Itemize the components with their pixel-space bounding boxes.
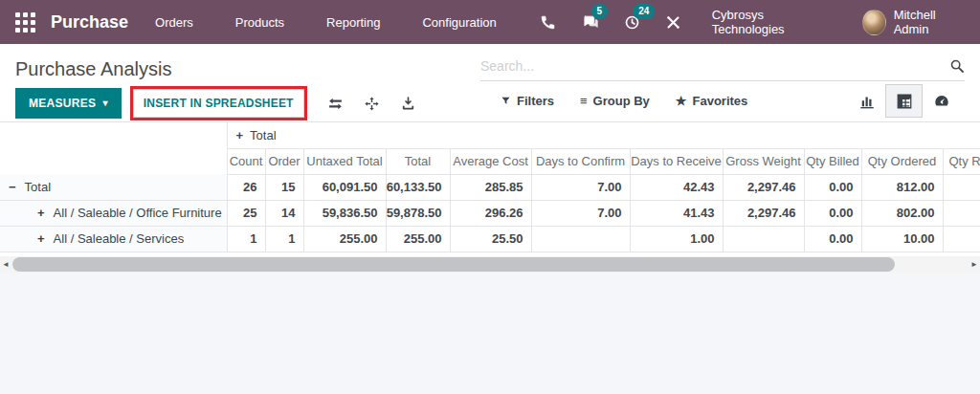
app-name[interactable]: Purchase	[51, 12, 128, 33]
page-header: Purchase Analysis	[0, 44, 980, 81]
cell-value[interactable]: 25	[227, 200, 265, 226]
expand-all-icon[interactable]	[364, 96, 380, 112]
cell-value[interactable]: 1	[227, 226, 265, 252]
cell-value[interactable]: 0.00	[804, 200, 861, 226]
expand-row-icon[interactable]: +	[37, 206, 45, 220]
cell-value[interactable]: 2,297.46	[723, 200, 804, 226]
cell-value[interactable]	[531, 226, 630, 252]
column-group-total[interactable]: +Total	[227, 122, 980, 148]
col-header-gross-weight[interactable]: Gross Weight	[723, 148, 804, 174]
cell-value[interactable]: 59,878.50	[386, 200, 450, 226]
cell-value[interactable]: 15	[265, 174, 303, 200]
col-header-untaxed-total[interactable]: Untaxed Total	[303, 148, 386, 174]
cell-value[interactable]: 255.00	[386, 226, 450, 252]
row-header-services[interactable]: +All / Saleable / Services	[0, 226, 227, 252]
cell-value[interactable]: 25.50	[450, 226, 531, 252]
table-row-total: −Total 26 15 60,091.50 60,133.50 285.85 …	[0, 174, 980, 200]
cell-value[interactable]: 59,836.50	[303, 200, 386, 226]
pivot-table-icon	[896, 93, 913, 110]
group-by-button[interactable]: ≡ Group By	[580, 94, 650, 108]
expand-column-icon[interactable]: +	[236, 128, 244, 142]
collapse-row-icon[interactable]: −	[9, 180, 16, 194]
cell-value[interactable]: 1.00	[630, 226, 723, 252]
nav-item-orders[interactable]: Orders	[155, 15, 193, 30]
messages-icon[interactable]: 5	[581, 11, 600, 33]
measures-button[interactable]: MEASURES ▾	[15, 88, 122, 119]
cell-value[interactable]: 285.85	[450, 174, 531, 200]
cell-value[interactable]	[943, 200, 980, 226]
user-name[interactable]: Mitchell Admin	[894, 8, 965, 36]
column-group-label: Total	[250, 128, 276, 142]
favorites-button[interactable]: ★ Favorites	[676, 94, 747, 108]
control-bar: MEASURES ▾ INSERT IN SPREADSHEET Filters…	[0, 81, 980, 122]
cell-value[interactable]: 2,297.46	[723, 174, 804, 200]
col-header-count[interactable]: Count	[227, 148, 265, 174]
cell-value[interactable]: 296.26	[450, 200, 531, 226]
user-avatar[interactable]	[862, 10, 885, 35]
cell-value[interactable]	[723, 226, 804, 252]
activities-count-badge: 24	[633, 4, 655, 19]
company-name[interactable]: Cybrosys Technologies	[712, 8, 827, 36]
expand-row-icon[interactable]: +	[37, 231, 45, 246]
view-switcher	[848, 84, 960, 118]
row-header-total[interactable]: −Total	[0, 174, 227, 200]
activities-clock-icon[interactable]: 24	[622, 11, 641, 33]
cell-value[interactable]: 802.00	[861, 200, 943, 226]
cell-value[interactable]: 0.00	[804, 226, 861, 252]
scroll-left-arrow[interactable]: ◄	[0, 256, 11, 273]
col-header-average-cost[interactable]: Average Cost	[450, 148, 531, 174]
scrollbar-thumb[interactable]	[12, 257, 895, 272]
cell-value[interactable]: 10.00	[861, 226, 943, 252]
nav-item-configuration[interactable]: Configuration	[422, 15, 496, 30]
col-header-order[interactable]: Order	[265, 148, 303, 174]
favorites-label: Favorites	[693, 94, 748, 108]
col-header-qty-ordered[interactable]: Qty Ordered	[861, 148, 943, 174]
cell-value[interactable]: 7.00	[531, 200, 630, 226]
cell-value[interactable]: 60,091.50	[303, 174, 386, 200]
cell-value[interactable]	[943, 226, 980, 252]
nav-item-products[interactable]: Products	[235, 15, 284, 30]
col-header-qty-billed[interactable]: Qty Billed	[804, 148, 861, 174]
cell-value[interactable]: 812.00	[861, 174, 943, 200]
row-label: Total	[25, 180, 51, 194]
cell-value[interactable]: 26	[227, 174, 265, 200]
horizontal-scrollbar[interactable]: ◄ ►	[0, 256, 980, 273]
nav-item-reporting[interactable]: Reporting	[326, 15, 380, 30]
caret-down-icon: ▾	[102, 98, 107, 108]
apps-menu-icon[interactable]	[15, 12, 35, 33]
corner-cell-2	[0, 148, 227, 174]
phone-icon[interactable]	[539, 11, 558, 33]
dashboard-view-button[interactable]	[923, 84, 960, 118]
pivot-table-container: +Total Count Order Untaxed Total Total A…	[0, 122, 980, 252]
cell-value[interactable]: 0.00	[804, 174, 861, 200]
col-header-days-to-receive[interactable]: Days to Receive	[630, 148, 723, 174]
empty-background-area	[0, 273, 980, 394]
filters-label: Filters	[517, 94, 554, 108]
measures-label: MEASURES	[29, 97, 96, 110]
cell-value[interactable]: 41.43	[630, 200, 723, 226]
scroll-right-arrow[interactable]: ►	[969, 256, 980, 273]
pivot-view-button[interactable]	[885, 84, 923, 118]
flip-axis-icon[interactable]	[327, 96, 344, 112]
col-header-total[interactable]: Total	[386, 148, 450, 174]
group-by-icon: ≡	[580, 94, 588, 108]
cell-value[interactable]: 60,133.50	[386, 174, 450, 200]
cell-value[interactable]: 255.00	[303, 226, 386, 252]
page-title: Purchase Analysis	[15, 56, 171, 81]
insert-in-spreadsheet-button[interactable]: INSERT IN SPREADSHEET	[133, 89, 304, 118]
tools-icon[interactable]	[664, 11, 683, 33]
search-icon[interactable]	[949, 58, 965, 74]
col-header-days-to-confirm[interactable]: Days to Confirm	[531, 148, 630, 174]
cell-value[interactable]	[943, 174, 980, 200]
cell-value[interactable]: 14	[265, 200, 303, 226]
star-icon: ★	[676, 94, 687, 108]
filters-button[interactable]: Filters	[501, 94, 554, 108]
download-icon[interactable]	[400, 96, 416, 112]
cell-value[interactable]: 1	[265, 226, 303, 252]
cell-value[interactable]: 42.43	[630, 174, 723, 200]
bar-chart-view-button[interactable]	[848, 84, 885, 118]
row-header-office-furniture[interactable]: +All / Saleable / Office Furniture	[0, 200, 227, 226]
col-header-qty-received[interactable]: Qty Re	[943, 148, 980, 174]
search-input[interactable]	[480, 58, 949, 74]
cell-value[interactable]: 7.00	[531, 174, 630, 200]
